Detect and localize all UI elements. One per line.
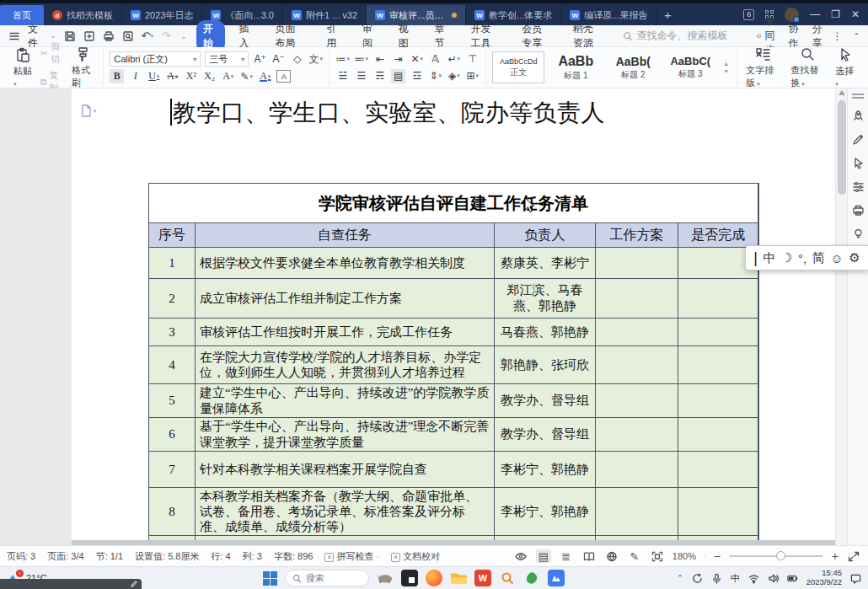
- cut-button[interactable]: ✂ 剪切: [40, 40, 64, 66]
- style-heading3[interactable]: AaBbC( 标题 3: [664, 51, 716, 83]
- notification-icon[interactable]: [850, 573, 861, 584]
- pinyin-guide-icon[interactable]: 文▾: [308, 52, 323, 67]
- ink-annotate-icon[interactable]: ✎: [627, 549, 642, 563]
- status-section[interactable]: 节: 1/1: [96, 550, 123, 563]
- status-col[interactable]: 列: 3: [243, 550, 262, 563]
- highlight-icon[interactable]: ✎▾: [239, 69, 254, 83]
- ime-simplified[interactable]: 简: [812, 250, 825, 266]
- undo-icon[interactable]: ↶▾: [142, 29, 153, 43]
- status-word-count[interactable]: 字数: 896: [274, 550, 313, 563]
- taskbar-app-green[interactable]: [523, 570, 540, 586]
- char-shading-icon[interactable]: A: [276, 70, 291, 83]
- fit-page-icon[interactable]: [650, 549, 665, 563]
- numbered-list-icon[interactable]: ≕▾: [354, 52, 368, 67]
- export-icon[interactable]: [83, 29, 95, 43]
- font-name-combo[interactable]: Calibri (正文)▾: [110, 51, 201, 67]
- zoom-slider[interactable]: [730, 555, 822, 557]
- sync-icon[interactable]: [692, 573, 703, 584]
- font-color-button[interactable]: A▾: [258, 69, 272, 83]
- tray-expand-icon[interactable]: ⌃: [677, 574, 683, 582]
- new-tab-button[interactable]: +: [656, 3, 678, 25]
- text-layout-button[interactable]: 文字排版 ▾: [743, 46, 783, 89]
- status-line[interactable]: 行: 4: [211, 550, 230, 563]
- doc-proof-toggle[interactable]: ✕文档校对: [391, 550, 440, 563]
- paste-button[interactable]: 粘贴 ▾: [11, 47, 35, 88]
- ime-punctuation-icon[interactable]: °,: [798, 251, 806, 265]
- hamburger-icon[interactable]: [8, 29, 20, 43]
- print-preview-icon[interactable]: [122, 29, 134, 43]
- zoom-level[interactable]: 180%: [672, 551, 696, 561]
- shading-icon[interactable]: ◈▾: [447, 69, 461, 83]
- status-page[interactable]: 页面: 3/4: [47, 550, 83, 563]
- status-setting[interactable]: 设置值: 5.8厘米: [135, 550, 199, 563]
- char-border-button[interactable]: A▾: [221, 69, 235, 83]
- vertical-scrollbar[interactable]: [835, 88, 847, 545]
- taskbar-app-docs[interactable]: [548, 570, 565, 586]
- margin-page-icon[interactable]: ▾: [81, 104, 97, 117]
- quickbar-more-icon[interactable]: ⌄: [179, 29, 189, 43]
- rocket-icon[interactable]: [852, 110, 865, 122]
- ime-mode-chinese[interactable]: 中: [764, 250, 776, 266]
- subscript-button[interactable]: X₂: [202, 69, 217, 83]
- superscript-button[interactable]: X²: [184, 69, 198, 83]
- outline-view-icon[interactable]: ≣: [559, 549, 574, 563]
- taskbar-app-magnifier[interactable]: [499, 570, 516, 586]
- grow-font-button[interactable]: A⁺: [253, 52, 267, 67]
- select-arrow-icon[interactable]: [852, 157, 865, 169]
- file-menu-caret[interactable]: ⌄: [51, 32, 56, 40]
- ime-settings-gear-icon[interactable]: ⚙: [849, 250, 860, 265]
- justify-icon[interactable]: ▤: [391, 69, 405, 83]
- increase-indent-icon[interactable]: ⇥: [391, 52, 405, 67]
- select-button[interactable]: 选择 ▾: [833, 47, 857, 88]
- style-normal[interactable]: AaBbCcDd 正文: [492, 51, 544, 83]
- zoom-caret[interactable]: ·: [704, 553, 706, 560]
- bold-button[interactable]: B: [110, 69, 124, 83]
- tab-doc-journal[interactable]: W 2023年日志: [122, 5, 202, 25]
- wifi-icon[interactable]: [748, 573, 759, 584]
- collapse-ribbon-icon[interactable]: ⌃: [853, 32, 860, 40]
- read-view-icon[interactable]: [581, 549, 597, 563]
- command-search[interactable]: 查找命令、搜索模板: [623, 29, 749, 43]
- ime-emoji-icon[interactable]: ☺: [830, 251, 843, 265]
- underline-button[interactable]: U▾: [147, 69, 161, 83]
- taskbar-app-rhino[interactable]: [377, 570, 394, 586]
- eye-protection-icon[interactable]: [513, 549, 528, 563]
- tab-ruler-icon[interactable]: ⊤: [465, 52, 480, 67]
- borders-icon[interactable]: ⊞▾: [465, 69, 480, 83]
- tray-ime-indicator[interactable]: 中: [731, 572, 740, 585]
- format-painter-button[interactable]: 格式刷: [69, 46, 97, 89]
- more-menu-icon[interactable]: ⋮: [832, 30, 843, 42]
- idea-bulb-icon[interactable]: [852, 228, 865, 240]
- battery-icon[interactable]: [787, 573, 798, 584]
- gallery-up-icon[interactable]: ▲: [723, 61, 729, 67]
- style-heading1[interactable]: AaBb 标题 1: [549, 51, 602, 83]
- taskbar-clock[interactable]: 15:45 2023/9/22: [806, 569, 842, 587]
- redo-icon[interactable]: ↷: [161, 29, 171, 43]
- web-view-icon[interactable]: [604, 549, 619, 563]
- taskbar-app-explorer[interactable]: [450, 570, 467, 586]
- speaker-icon[interactable]: [768, 573, 779, 584]
- find-replace-button[interactable]: 查找替换 ▾: [788, 46, 828, 89]
- strikethrough-button[interactable]: A▾: [165, 69, 179, 83]
- zoom-slider-knob[interactable]: [776, 551, 785, 560]
- sidebar-handle-icon[interactable]: [852, 94, 864, 99]
- text-direction-icon[interactable]: ✕▾: [410, 52, 424, 67]
- print-icon[interactable]: [103, 29, 115, 43]
- save-icon[interactable]: [64, 29, 76, 43]
- line-break-icon[interactable]: ↵▾: [447, 52, 461, 67]
- edit-pen-icon[interactable]: [852, 133, 865, 146]
- sliders-icon[interactable]: [852, 180, 865, 193]
- status-page-no[interactable]: 页码: 3: [7, 550, 35, 563]
- scroll-up-icon[interactable]: [839, 90, 845, 95]
- align-right-icon[interactable]: ☴: [372, 69, 387, 83]
- weather-ticker-overlay[interactable]: [0, 579, 142, 589]
- microphone-icon[interactable]: [711, 573, 722, 584]
- taskbar-app-firefox[interactable]: [426, 570, 442, 586]
- line-spacing-icon[interactable]: ⇕▾: [428, 69, 442, 83]
- zoom-in-button[interactable]: +: [832, 549, 839, 563]
- decrease-indent-icon[interactable]: ⇤: [372, 52, 387, 67]
- zoom-out-button[interactable]: −: [714, 549, 721, 563]
- bullet-list-icon[interactable]: ≔▾: [335, 52, 350, 67]
- style-heading2[interactable]: AaBb( 标题 2: [607, 51, 659, 83]
- document-page[interactable]: ▾ 教学口、学生口、实验室、院办等负责人 学院审核评估自评自建工作任务清单 序号…: [72, 88, 835, 545]
